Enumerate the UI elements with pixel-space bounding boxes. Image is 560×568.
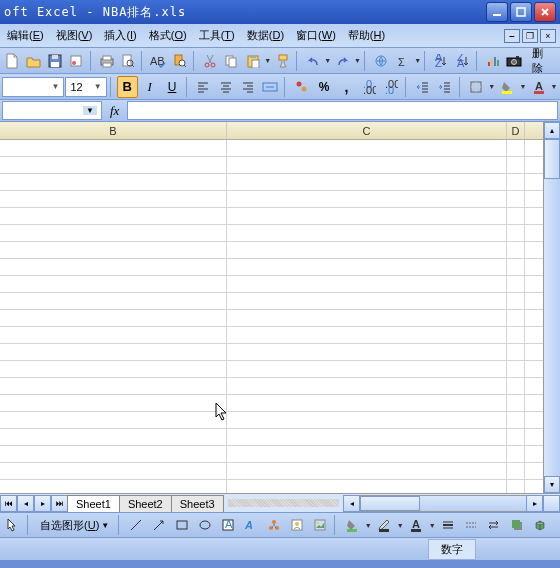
table-row[interactable] xyxy=(0,276,543,293)
oval-button[interactable] xyxy=(194,514,216,536)
cell[interactable] xyxy=(507,293,525,309)
tab-next-button[interactable]: ▸ xyxy=(34,495,51,512)
increase-indent-button[interactable] xyxy=(434,76,455,98)
table-row[interactable] xyxy=(0,344,543,361)
cell[interactable] xyxy=(227,429,507,445)
cell[interactable] xyxy=(0,208,227,224)
table-row[interactable] xyxy=(0,378,543,395)
cell[interactable] xyxy=(507,276,525,292)
redo-button[interactable] xyxy=(332,50,352,72)
cell[interactable] xyxy=(0,140,227,156)
cell[interactable] xyxy=(227,361,507,377)
cell[interactable] xyxy=(227,395,507,411)
decrease-decimal-button[interactable]: .00.0 xyxy=(381,76,402,98)
line-color-dropdown[interactable]: ▼ xyxy=(396,514,404,536)
table-row[interactable] xyxy=(0,259,543,276)
decrease-indent-button[interactable] xyxy=(412,76,433,98)
cell[interactable] xyxy=(0,191,227,207)
cell[interactable] xyxy=(0,242,227,258)
table-row[interactable] xyxy=(0,191,543,208)
undo-button[interactable] xyxy=(303,50,323,72)
cell[interactable] xyxy=(0,174,227,190)
cell[interactable] xyxy=(227,157,507,173)
cell[interactable] xyxy=(507,412,525,428)
tab-prev-button[interactable]: ◂ xyxy=(17,495,34,512)
hscroll-track[interactable] xyxy=(360,495,526,512)
cell[interactable] xyxy=(507,174,525,190)
cell[interactable] xyxy=(227,463,507,479)
tab-sheet3[interactable]: Sheet3 xyxy=(171,495,224,512)
cell[interactable] xyxy=(507,191,525,207)
cell[interactable] xyxy=(507,395,525,411)
menu-w[interactable]: 窗口(W) xyxy=(293,26,339,45)
redo-dropdown[interactable]: ▼ xyxy=(354,50,361,72)
paste-dropdown[interactable]: ▼ xyxy=(264,50,271,72)
cell[interactable] xyxy=(227,276,507,292)
chart-button[interactable] xyxy=(483,50,503,72)
table-row[interactable] xyxy=(0,412,543,429)
copy-button[interactable] xyxy=(221,50,241,72)
table-row[interactable] xyxy=(0,463,543,480)
formula-input[interactable] xyxy=(127,101,558,120)
column-header-d[interactable]: D xyxy=(507,122,525,139)
underline-button[interactable]: U xyxy=(161,76,182,98)
table-row[interactable] xyxy=(0,361,543,378)
cell[interactable] xyxy=(227,242,507,258)
cell[interactable] xyxy=(507,327,525,343)
hyperlink-button[interactable] xyxy=(371,50,391,72)
spelling-button[interactable]: AB xyxy=(148,50,168,72)
italic-button[interactable]: I xyxy=(139,76,160,98)
font-color-draw-button[interactable]: A xyxy=(405,514,427,536)
cell[interactable] xyxy=(507,259,525,275)
font-size-combo[interactable]: 12▼ xyxy=(65,77,106,97)
menu-t[interactable]: 工具(T) xyxy=(196,26,238,45)
fx-button[interactable]: fx xyxy=(110,103,119,119)
format-painter-button[interactable] xyxy=(272,50,292,72)
table-row[interactable] xyxy=(0,140,543,157)
doc-minimize-button[interactable]: ‒ xyxy=(504,29,520,43)
cell[interactable] xyxy=(507,208,525,224)
tab-first-button[interactable]: ⏮ xyxy=(0,495,17,512)
cell[interactable] xyxy=(227,310,507,326)
vertical-scrollbar[interactable]: ▴ ▾ xyxy=(543,122,560,493)
cell[interactable] xyxy=(0,276,227,292)
table-row[interactable] xyxy=(0,174,543,191)
table-row[interactable] xyxy=(0,225,543,242)
hscroll-thumb[interactable] xyxy=(360,496,420,511)
scroll-left-button[interactable]: ◂ xyxy=(343,495,360,512)
tab-split-handle[interactable] xyxy=(228,499,339,507)
cell[interactable] xyxy=(507,344,525,360)
sort-desc-button[interactable]: ZA xyxy=(453,50,473,72)
comma-button[interactable]: , xyxy=(336,76,357,98)
line-button[interactable] xyxy=(125,514,147,536)
paste-button[interactable] xyxy=(243,50,263,72)
fill-color-draw-button[interactable] xyxy=(341,514,363,536)
autosum-dropdown[interactable]: ▼ xyxy=(414,50,421,72)
table-row[interactable] xyxy=(0,310,543,327)
column-header-b[interactable]: B xyxy=(0,122,227,139)
print-preview-button[interactable] xyxy=(118,50,138,72)
cell[interactable] xyxy=(227,378,507,394)
cell[interactable] xyxy=(0,259,227,275)
table-row[interactable] xyxy=(0,429,543,446)
cell[interactable] xyxy=(507,140,525,156)
table-row[interactable] xyxy=(0,242,543,259)
cell[interactable] xyxy=(0,412,227,428)
diagram-button[interactable] xyxy=(263,514,285,536)
scroll-right-button[interactable]: ▸ xyxy=(526,495,543,512)
cell[interactable] xyxy=(227,208,507,224)
cell[interactable] xyxy=(227,225,507,241)
cell[interactable] xyxy=(0,446,227,462)
wordart-button[interactable]: A xyxy=(240,514,262,536)
menu-e[interactable]: 编辑(E) xyxy=(4,26,47,45)
increase-decimal-button[interactable]: .0.00 xyxy=(358,76,379,98)
cell[interactable] xyxy=(0,463,227,479)
cell[interactable] xyxy=(507,157,525,173)
cell[interactable] xyxy=(227,412,507,428)
permission-button[interactable] xyxy=(66,50,86,72)
save-button[interactable] xyxy=(45,50,65,72)
currency-button[interactable] xyxy=(291,76,312,98)
line-style-button[interactable] xyxy=(437,514,459,536)
menu-i[interactable]: 插入(I) xyxy=(101,26,139,45)
table-row[interactable] xyxy=(0,293,543,310)
